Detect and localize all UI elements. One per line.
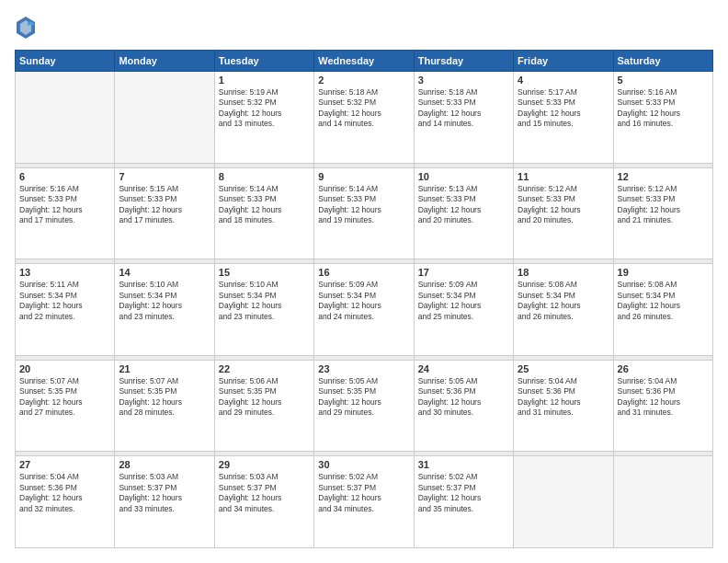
- cell-info: Sunrise: 5:18 AM Sunset: 5:33 PM Dayligh…: [418, 87, 509, 130]
- cell-info: Sunrise: 5:15 AM Sunset: 5:33 PM Dayligh…: [119, 184, 210, 226]
- cell-info: Sunrise: 5:05 AM Sunset: 5:36 PM Dayligh…: [418, 376, 509, 419]
- cell-info: Sunrise: 5:07 AM Sunset: 5:35 PM Dayligh…: [19, 376, 110, 419]
- cell-info: Sunrise: 5:07 AM Sunset: 5:35 PM Dayligh…: [119, 376, 210, 419]
- cell-info: Sunrise: 5:17 AM Sunset: 5:33 PM Dayligh…: [518, 87, 609, 130]
- cell-info: Sunrise: 5:02 AM Sunset: 5:37 PM Dayligh…: [418, 472, 509, 514]
- calendar-cell: [514, 456, 613, 548]
- weekday-header-row: SundayMondayTuesdayWednesdayThursdayFrid…: [16, 51, 713, 72]
- day-number: 24: [418, 363, 509, 374]
- calendar-cell: 23Sunrise: 5:05 AM Sunset: 5:35 PM Dayli…: [314, 360, 414, 452]
- weekday-header-wednesday: Wednesday: [314, 51, 414, 72]
- calendar-cell: 17Sunrise: 5:09 AM Sunset: 5:34 PM Dayli…: [414, 264, 513, 356]
- calendar-cell: [16, 72, 115, 164]
- calendar-cell: [613, 456, 712, 548]
- cell-info: Sunrise: 5:14 AM Sunset: 5:33 PM Dayligh…: [318, 184, 409, 226]
- day-number: 30: [318, 459, 409, 470]
- day-number: 2: [318, 75, 409, 86]
- day-number: 6: [19, 171, 110, 182]
- day-number: 9: [318, 171, 409, 182]
- calendar-cell: 27Sunrise: 5:04 AM Sunset: 5:36 PM Dayli…: [16, 456, 115, 548]
- day-number: 23: [318, 363, 409, 374]
- day-number: 18: [518, 267, 609, 278]
- cell-info: Sunrise: 5:06 AM Sunset: 5:35 PM Dayligh…: [219, 376, 310, 419]
- calendar-cell: 29Sunrise: 5:03 AM Sunset: 5:37 PM Dayli…: [214, 456, 313, 548]
- calendar-cell: 6Sunrise: 5:16 AM Sunset: 5:33 PM Daylig…: [16, 167, 115, 259]
- cell-info: Sunrise: 5:04 AM Sunset: 5:36 PM Dayligh…: [19, 472, 110, 514]
- calendar-cell: 25Sunrise: 5:04 AM Sunset: 5:36 PM Dayli…: [514, 360, 613, 452]
- day-number: 5: [618, 75, 709, 86]
- day-number: 29: [219, 459, 310, 470]
- calendar-cell: 2Sunrise: 5:18 AM Sunset: 5:32 PM Daylig…: [314, 72, 414, 164]
- weekday-header-monday: Monday: [115, 51, 214, 72]
- calendar-cell: 19Sunrise: 5:08 AM Sunset: 5:34 PM Dayli…: [613, 264, 712, 356]
- day-number: 14: [119, 267, 210, 278]
- weekday-header-saturday: Saturday: [613, 51, 712, 72]
- week-row-3: 20Sunrise: 5:07 AM Sunset: 5:35 PM Dayli…: [16, 360, 713, 452]
- calendar-cell: 11Sunrise: 5:12 AM Sunset: 5:33 PM Dayli…: [514, 167, 613, 259]
- cell-info: Sunrise: 5:09 AM Sunset: 5:34 PM Dayligh…: [318, 280, 409, 322]
- day-number: 26: [618, 363, 709, 374]
- cell-info: Sunrise: 5:08 AM Sunset: 5:34 PM Dayligh…: [618, 280, 709, 322]
- weekday-header-sunday: Sunday: [16, 51, 115, 72]
- day-number: 16: [318, 267, 409, 278]
- day-number: 10: [418, 171, 509, 182]
- week-row-1: 6Sunrise: 5:16 AM Sunset: 5:33 PM Daylig…: [16, 167, 713, 259]
- cell-info: Sunrise: 5:12 AM Sunset: 5:33 PM Dayligh…: [618, 184, 709, 226]
- day-number: 27: [19, 459, 110, 470]
- calendar-cell: 9Sunrise: 5:14 AM Sunset: 5:33 PM Daylig…: [314, 167, 414, 259]
- page: SundayMondayTuesdayWednesdayThursdayFrid…: [0, 0, 728, 563]
- cell-info: Sunrise: 5:12 AM Sunset: 5:33 PM Dayligh…: [518, 184, 609, 226]
- calendar-cell: 12Sunrise: 5:12 AM Sunset: 5:33 PM Dayli…: [613, 167, 712, 259]
- cell-info: Sunrise: 5:05 AM Sunset: 5:35 PM Dayligh…: [318, 376, 409, 419]
- header: [15, 15, 713, 40]
- calendar-cell: 10Sunrise: 5:13 AM Sunset: 5:33 PM Dayli…: [414, 167, 513, 259]
- calendar-cell: 15Sunrise: 5:10 AM Sunset: 5:34 PM Dayli…: [214, 264, 313, 356]
- day-number: 8: [219, 171, 310, 182]
- cell-info: Sunrise: 5:04 AM Sunset: 5:36 PM Dayligh…: [518, 376, 609, 419]
- day-number: 22: [219, 363, 310, 374]
- weekday-header-thursday: Thursday: [414, 51, 513, 72]
- day-number: 25: [518, 363, 609, 374]
- day-number: 4: [518, 75, 609, 86]
- calendar-cell: 1Sunrise: 5:19 AM Sunset: 5:32 PM Daylig…: [214, 72, 313, 164]
- day-number: 15: [219, 267, 310, 278]
- day-number: 1: [219, 75, 310, 86]
- day-number: 3: [418, 75, 509, 86]
- logo-icon: [15, 15, 37, 40]
- calendar-cell: 20Sunrise: 5:07 AM Sunset: 5:35 PM Dayli…: [16, 360, 115, 452]
- cell-info: Sunrise: 5:03 AM Sunset: 5:37 PM Dayligh…: [119, 472, 210, 514]
- day-number: 12: [618, 171, 709, 182]
- calendar-cell: 5Sunrise: 5:16 AM Sunset: 5:33 PM Daylig…: [613, 72, 712, 164]
- day-number: 31: [418, 459, 509, 470]
- calendar-cell: 14Sunrise: 5:10 AM Sunset: 5:34 PM Dayli…: [115, 264, 214, 356]
- logo: [15, 15, 40, 40]
- calendar-table: SundayMondayTuesdayWednesdayThursdayFrid…: [15, 50, 713, 548]
- calendar-cell: 31Sunrise: 5:02 AM Sunset: 5:37 PM Dayli…: [414, 456, 513, 548]
- day-number: 11: [518, 171, 609, 182]
- cell-info: Sunrise: 5:19 AM Sunset: 5:32 PM Dayligh…: [219, 87, 310, 130]
- day-number: 28: [119, 459, 210, 470]
- calendar-cell: 3Sunrise: 5:18 AM Sunset: 5:33 PM Daylig…: [414, 72, 513, 164]
- cell-info: Sunrise: 5:13 AM Sunset: 5:33 PM Dayligh…: [418, 184, 509, 226]
- calendar-cell: 8Sunrise: 5:14 AM Sunset: 5:33 PM Daylig…: [214, 167, 313, 259]
- cell-info: Sunrise: 5:18 AM Sunset: 5:32 PM Dayligh…: [318, 87, 409, 130]
- calendar-cell: 21Sunrise: 5:07 AM Sunset: 5:35 PM Dayli…: [115, 360, 214, 452]
- calendar-cell: 26Sunrise: 5:04 AM Sunset: 5:36 PM Dayli…: [613, 360, 712, 452]
- cell-info: Sunrise: 5:09 AM Sunset: 5:34 PM Dayligh…: [418, 280, 509, 322]
- calendar-cell: 22Sunrise: 5:06 AM Sunset: 5:35 PM Dayli…: [214, 360, 313, 452]
- calendar-cell: 30Sunrise: 5:02 AM Sunset: 5:37 PM Dayli…: [314, 456, 414, 548]
- weekday-header-friday: Friday: [514, 51, 613, 72]
- cell-info: Sunrise: 5:14 AM Sunset: 5:33 PM Dayligh…: [219, 184, 310, 226]
- cell-info: Sunrise: 5:03 AM Sunset: 5:37 PM Dayligh…: [219, 472, 310, 514]
- week-row-2: 13Sunrise: 5:11 AM Sunset: 5:34 PM Dayli…: [16, 264, 713, 356]
- week-row-4: 27Sunrise: 5:04 AM Sunset: 5:36 PM Dayli…: [16, 456, 713, 548]
- day-number: 20: [19, 363, 110, 374]
- day-number: 7: [119, 171, 210, 182]
- calendar-cell: 28Sunrise: 5:03 AM Sunset: 5:37 PM Dayli…: [115, 456, 214, 548]
- calendar-cell: 18Sunrise: 5:08 AM Sunset: 5:34 PM Dayli…: [514, 264, 613, 356]
- weekday-header-tuesday: Tuesday: [214, 51, 313, 72]
- day-number: 17: [418, 267, 509, 278]
- cell-info: Sunrise: 5:16 AM Sunset: 5:33 PM Dayligh…: [618, 87, 709, 130]
- week-row-0: 1Sunrise: 5:19 AM Sunset: 5:32 PM Daylig…: [16, 72, 713, 164]
- calendar-cell: 24Sunrise: 5:05 AM Sunset: 5:36 PM Dayli…: [414, 360, 513, 452]
